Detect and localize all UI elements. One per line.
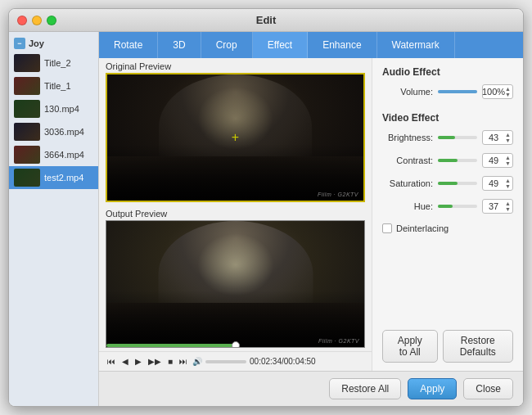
volume-icon: 🔊 <box>192 357 202 366</box>
contrast-row: Contrast: 49 ▲▼ <box>382 153 513 168</box>
sidebar-label-130mp4: 130.mp4 <box>44 104 79 114</box>
maximize-window-button[interactable] <box>47 16 56 25</box>
contrast-spinbox[interactable]: 49 ▲▼ <box>482 153 513 168</box>
step-back-button[interactable]: ◀ <box>120 355 130 368</box>
hue-value: 37 <box>489 201 507 211</box>
main-area: Rotate 3D Crop Effect Enhance Watermark … <box>99 32 523 406</box>
sidebar-item-test2mp4[interactable]: test2.mp4 <box>9 166 98 189</box>
saturation-slider-track[interactable] <box>438 182 477 185</box>
tab-bar: Rotate 3D Crop Effect Enhance Watermark <box>99 32 523 58</box>
skip-forward-button[interactable]: ⏭ <box>178 355 189 368</box>
fast-forward-button[interactable]: ▶▶ <box>147 355 163 368</box>
preview-area: Original Preview + Fiilm · G2KTV Outpu <box>99 58 372 371</box>
sidebar: − Joy Title_2 Title_1 130.mp4 3036.mp4 <box>9 32 99 406</box>
close-window-button[interactable] <box>17 16 27 25</box>
sidebar-label-title1: Title_1 <box>44 81 71 91</box>
tab-enhance[interactable]: Enhance <box>308 32 376 58</box>
sidebar-item-title2[interactable]: Title_2 <box>9 52 98 74</box>
tab-rotate[interactable]: Rotate <box>99 32 158 58</box>
skip-back-button[interactable]: ⏮ <box>106 355 117 368</box>
saturation-label: Saturation: <box>382 178 433 188</box>
sidebar-item-130mp4[interactable]: 130.mp4 <box>9 97 98 120</box>
minimize-window-button[interactable] <box>32 16 42 25</box>
tab-watermark[interactable]: Watermark <box>377 32 455 58</box>
thumb-3664mp4 <box>14 146 40 164</box>
sidebar-label-3664mp4: 3664.mp4 <box>44 150 84 160</box>
top-action-buttons: Apply to All Restore Defaults <box>382 323 513 363</box>
audio-section-title: Audio Effect <box>382 66 513 78</box>
brightness-value: 43 <box>489 133 507 142</box>
deinterlacing-label: Deinterlacing <box>396 223 449 233</box>
sidebar-item-3036mp4[interactable]: 3036.mp4 <box>9 120 98 143</box>
window-controls <box>17 16 56 25</box>
apply-to-all-button[interactable]: Apply to All <box>382 330 438 363</box>
restore-all-button[interactable]: Restore All <box>329 378 401 399</box>
volume-spinbox[interactable]: 100% ▲▼ <box>482 84 513 99</box>
original-watermark: Fiilm · G2KTV <box>318 192 358 197</box>
thumb-title1 <box>14 77 40 95</box>
main-window: Edit − Joy Title_2 Title_1 130.mp4 3 <box>8 8 524 407</box>
sidebar-label-test2mp4: test2.mp4 <box>44 173 83 183</box>
saturation-row: Saturation: 49 ▲▼ <box>382 176 513 191</box>
group-label: Joy <box>29 38 44 48</box>
output-watermark: Fiilm · G2KTV <box>318 338 359 344</box>
content-area: − Joy Title_2 Title_1 130.mp4 3036.mp4 <box>9 32 523 406</box>
contrast-value: 49 <box>489 156 507 165</box>
volume-label: Volume: <box>382 87 433 97</box>
time-display: 00:02:34/00:04:50 <box>250 357 316 366</box>
deinterlacing-checkbox[interactable] <box>382 223 392 233</box>
window-title: Edit <box>256 14 277 26</box>
bottom-bar: Restore All Apply Close <box>99 371 523 406</box>
restore-defaults-button[interactable]: Restore Defaults <box>443 330 513 363</box>
apply-button[interactable]: Apply <box>408 378 457 399</box>
volume-row: Volume: 100% ▲▼ <box>382 84 513 99</box>
sidebar-item-title1[interactable]: Title_1 <box>9 74 98 97</box>
brightness-label: Brightness: <box>382 133 433 142</box>
sidebar-group-header: − Joy <box>9 35 98 52</box>
thumb-test2mp4 <box>14 169 40 187</box>
output-preview: Fiilm · G2KTV <box>106 220 365 348</box>
thumb-3036mp4 <box>14 123 40 141</box>
close-button[interactable]: Close <box>463 378 513 399</box>
saturation-spinbox[interactable]: 49 ▲▼ <box>482 176 513 191</box>
hue-slider-track[interactable] <box>438 205 477 208</box>
volume-slider[interactable] <box>205 360 246 363</box>
title-bar: Edit <box>9 9 523 32</box>
brightness-row: Brightness: 43 ▲▼ <box>382 130 513 145</box>
video-section-title: Video Effect <box>382 112 513 124</box>
sidebar-label-title2: Title_2 <box>44 58 71 68</box>
thumb-title2 <box>14 54 40 72</box>
contrast-label: Contrast: <box>382 156 433 165</box>
hue-row: Hue: 37 ▲▼ <box>382 199 513 214</box>
hue-label: Hue: <box>382 201 433 211</box>
contrast-slider-track[interactable] <box>438 159 477 162</box>
thumb-130mp4 <box>14 100 40 118</box>
group-icon: − <box>14 38 25 49</box>
effects-panel: Audio Effect Volume: 100% ▲▼ Video Effec… <box>372 58 523 371</box>
tab-crop[interactable]: Crop <box>201 32 253 58</box>
playback-controls: ⏮ ◀ ▶ ▶▶ ■ ⏭ 🔊 00:02:34/00:04:50 <box>99 351 372 371</box>
original-preview-label: Original Preview <box>99 58 372 73</box>
volume-slider-track[interactable] <box>438 90 477 93</box>
original-preview: + Fiilm · G2KTV <box>106 73 365 202</box>
saturation-value: 49 <box>489 178 507 188</box>
stop-button[interactable]: ■ <box>166 355 174 368</box>
tab-3d[interactable]: 3D <box>158 32 201 58</box>
main-content: Original Preview + Fiilm · G2KTV Outpu <box>99 58 523 371</box>
tab-effect[interactable]: Effect <box>253 32 308 58</box>
output-preview-label: Output Preview <box>99 205 372 220</box>
play-button[interactable]: ▶ <box>133 355 143 368</box>
sidebar-item-3664mp4[interactable]: 3664.mp4 <box>9 143 98 166</box>
hue-spinbox[interactable]: 37 ▲▼ <box>482 199 513 214</box>
brightness-slider-track[interactable] <box>438 136 477 139</box>
deinterlacing-row: Deinterlacing <box>382 223 513 233</box>
sidebar-label-3036mp4: 3036.mp4 <box>44 127 84 137</box>
brightness-spinbox[interactable]: 43 ▲▼ <box>482 130 513 145</box>
